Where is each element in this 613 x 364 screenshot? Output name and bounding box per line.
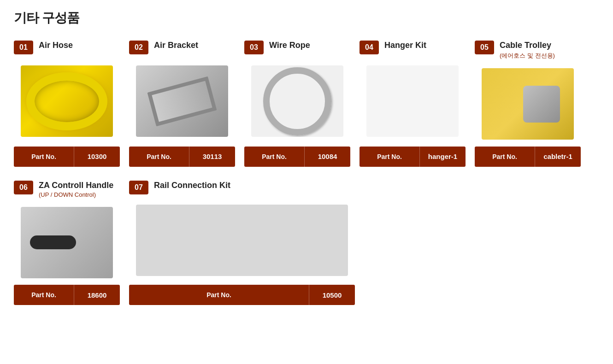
product-card-01: 01 Air Hose Part No. 10300 xyxy=(14,41,120,167)
product-title-05: Cable Trolley (에어호스 및 전선용) xyxy=(500,41,555,60)
product-image-06 xyxy=(21,207,113,278)
product-number-04: 04 xyxy=(360,41,379,54)
product-title-07: Rail Connection Kit xyxy=(154,181,230,191)
product-number-03: 03 xyxy=(244,41,264,54)
part-no-row-06: Part No. 18600 xyxy=(14,285,120,305)
product-image-area-06 xyxy=(14,205,120,279)
product-image-01 xyxy=(21,65,113,137)
product-header-05: 05 Cable Trolley (에어호스 및 전선용) xyxy=(475,41,581,60)
product-title-03: Wire Rope xyxy=(269,41,310,51)
product-image-05 xyxy=(482,68,574,140)
part-label-07: Part No. xyxy=(129,285,309,305)
part-no-row-02: Part No. 30113 xyxy=(129,147,235,167)
part-label-03: Part No. xyxy=(244,147,304,167)
product-header-07: 07 Rail Connection Kit xyxy=(129,181,355,194)
product-number-07: 07 xyxy=(129,181,148,194)
product-name-06: ZA Controll Handle xyxy=(39,181,113,191)
part-no-row-07: Part No. 10500 xyxy=(129,285,355,305)
product-card-07: 07 Rail Connection Kit Part No. 10500 xyxy=(129,181,355,305)
product-name-03: Wire Rope xyxy=(269,41,310,51)
part-no-row-05: Part No. cabletr-1 xyxy=(475,147,581,167)
part-no-row-03: Part No. 10084 xyxy=(244,147,350,167)
page-title: 기타 구성품 xyxy=(14,9,599,27)
product-image-area-05 xyxy=(475,67,581,141)
product-image-04 xyxy=(366,65,459,137)
part-no-row-04: Part No. hanger-1 xyxy=(360,147,466,167)
part-value-03: 10084 xyxy=(304,147,350,167)
product-header-04: 04 Hanger Kit xyxy=(360,41,466,54)
product-title-04: Hanger Kit xyxy=(384,41,426,51)
product-number-05: 05 xyxy=(475,41,494,54)
product-image-area-07 xyxy=(129,202,355,280)
product-image-area-02 xyxy=(129,62,235,141)
product-header-01: 01 Air Hose xyxy=(14,41,120,54)
product-card-05: 05 Cable Trolley (에어호스 및 전선용) Part No. c… xyxy=(475,41,581,167)
product-title-06: ZA Controll Handle (UP / DOWN Control) xyxy=(39,181,113,199)
product-name-05: Cable Trolley xyxy=(500,41,555,51)
product-name-02: Air Bracket xyxy=(154,41,198,51)
product-card-06: 06 ZA Controll Handle (UP / DOWN Control… xyxy=(14,181,120,305)
product-card-02: 02 Air Bracket Part No. 30113 xyxy=(129,41,235,167)
product-title-01: Air Hose xyxy=(39,41,73,51)
product-subtitle-06: (UP / DOWN Control) xyxy=(39,191,113,198)
product-name-04: Hanger Kit xyxy=(384,41,426,51)
product-image-area-01 xyxy=(14,62,120,141)
product-title-02: Air Bracket xyxy=(154,41,198,51)
product-subtitle-05: (에어호스 및 전선용) xyxy=(500,52,555,60)
part-value-06: 18600 xyxy=(74,285,120,305)
part-label-02: Part No. xyxy=(129,147,189,167)
product-number-06: 06 xyxy=(14,181,33,194)
products-row-1: 01 Air Hose Part No. 10300 02 Air Bracke… xyxy=(14,41,599,167)
product-image-07 xyxy=(136,205,348,276)
part-no-row-01: Part No. 10300 xyxy=(14,147,120,167)
product-header-06: 06 ZA Controll Handle (UP / DOWN Control… xyxy=(14,181,120,199)
product-name-07: Rail Connection Kit xyxy=(154,181,230,191)
product-card-03: 03 Wire Rope Part No. 10084 xyxy=(244,41,350,167)
product-number-02: 02 xyxy=(129,41,148,54)
product-name-01: Air Hose xyxy=(39,41,73,51)
product-card-04: 04 Hanger Kit Part No. hanger-1 xyxy=(360,41,466,167)
product-image-area-03 xyxy=(244,62,350,141)
part-value-01: 10300 xyxy=(74,147,120,167)
product-header-03: 03 Wire Rope xyxy=(244,41,350,54)
product-image-03 xyxy=(251,65,343,137)
product-image-area-04 xyxy=(360,62,466,141)
part-value-05: cabletr-1 xyxy=(535,147,581,167)
part-label-05: Part No. xyxy=(475,147,535,167)
part-label-04: Part No. xyxy=(360,147,419,167)
part-value-07: 10500 xyxy=(309,285,355,305)
part-value-02: 30113 xyxy=(189,147,235,167)
part-label-01: Part No. xyxy=(14,147,74,167)
products-row-2: 06 ZA Controll Handle (UP / DOWN Control… xyxy=(14,181,599,305)
product-image-02 xyxy=(136,65,228,137)
product-header-02: 02 Air Bracket xyxy=(129,41,235,54)
part-label-06: Part No. xyxy=(14,285,74,305)
part-value-04: hanger-1 xyxy=(419,147,466,167)
product-number-01: 01 xyxy=(14,41,33,54)
